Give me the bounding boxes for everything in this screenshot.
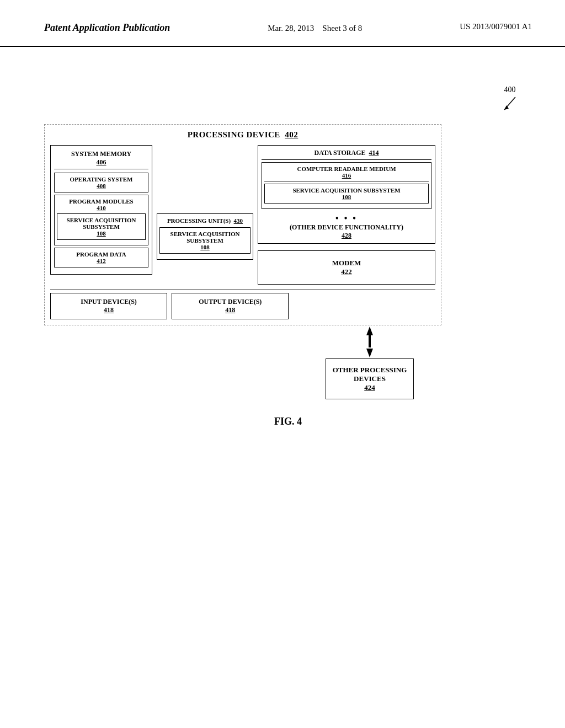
fig-label: FIG. 4 — [44, 416, 532, 427]
io-right-spacer — [293, 293, 435, 319]
program-modules-box: PROGRAM MODULES 410 SERVICE ACQUISITION … — [54, 195, 148, 245]
other-processing-devices-box: OTHER PROCESSING DEVICES 424 — [326, 358, 414, 399]
date: Mar. 28, 2013 — [268, 24, 314, 33]
below-diagram: OTHER PROCESSING DEVICES 424 — [315, 325, 425, 399]
system-memory-subitems: OPERATING SYSTEM 408 PROGRAM MODULES 410… — [54, 173, 148, 267]
middle-column: PROCESSING UNIT(S) 430 SERVICE ACQUISITI… — [157, 145, 253, 285]
os-box: OPERATING SYSTEM 408 — [54, 173, 148, 192]
bidirectional-arrow — [348, 325, 392, 358]
sas-in-crm-box: SERVICE ACQUISITION SUBSYSTEM 108 — [264, 184, 429, 204]
crm-box: COMPUTER READABLE MEDIUM 416 SERVICE ACQ… — [262, 162, 431, 209]
processing-unit-box: PROCESSING UNIT(S) 430 SERVICE ACQUISITI… — [157, 213, 253, 260]
ref-400-arrow — [499, 94, 521, 111]
processing-device-box: PROCESSING DEVICE 402 SYSTEM MEMORY 406 … — [44, 124, 441, 325]
io-row: INPUT DEVICE(S) 418 OUTPUT DEVICE(S) 418 — [50, 289, 435, 319]
sheet-info: Mar. 28, 2013 Sheet 3 of 8 — [268, 22, 362, 35]
sheet-number: Sheet 3 of 8 — [322, 24, 362, 33]
input-devices-box: INPUT DEVICE(S) 418 — [50, 293, 167, 319]
page-header: Patent Application Publication Mar. 28, … — [0, 0, 565, 47]
data-storage-title: DATA STORAGE 414 — [262, 149, 431, 160]
system-memory-title: SYSTEM MEMORY 406 — [54, 150, 148, 169]
ref-400-label: 400 — [499, 85, 521, 111]
left-column: SYSTEM MEMORY 406 OPERATING SYSTEM 408 P… — [50, 145, 152, 285]
sas-in-pu-box: SERVICE ACQUISITION SUBSYSTEM 108 — [159, 227, 250, 254]
diagram-area: 400 PROCESSING DEVICE 402 SYSTEM MEMORY … — [0, 52, 565, 449]
svg-marker-4 — [366, 349, 373, 357]
svg-marker-2 — [366, 326, 373, 335]
right-column: DATA STORAGE 414 COMPUTER READABLE MEDIU… — [258, 145, 435, 285]
inner-layout: SYSTEM MEMORY 406 OPERATING SYSTEM 408 P… — [50, 145, 435, 285]
output-devices-box: OUTPUT DEVICE(S) 418 — [172, 293, 289, 319]
patent-number: US 2013/0079001 A1 — [460, 22, 532, 31]
publication-title: Patent Application Publication — [44, 22, 170, 34]
svg-rect-5 — [369, 338, 371, 347]
modem-box: MODEM 422 — [258, 250, 435, 285]
other-functionality-box: • • • (OTHER DEVICE FUNCTIONALITY) 428 — [262, 213, 431, 240]
system-memory-box: SYSTEM MEMORY 406 OPERATING SYSTEM 408 P… — [50, 145, 152, 275]
processing-device-title: PROCESSING DEVICE 402 — [50, 130, 435, 140]
data-storage-box: DATA STORAGE 414 COMPUTER READABLE MEDIU… — [258, 145, 435, 244]
program-data-box: PROGRAM DATA 412 — [54, 248, 148, 267]
sas-in-pm-box: SERVICE ACQUISITION SUBSYSTEM 108 — [57, 213, 146, 240]
